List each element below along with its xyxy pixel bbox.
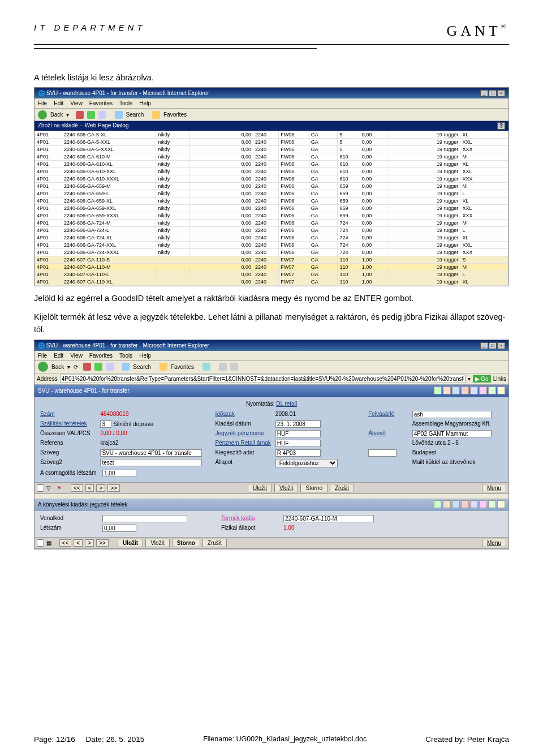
stop-icon[interactable] bbox=[76, 111, 84, 119]
input-jegypenz[interactable] bbox=[275, 430, 321, 437]
btn-ulozit[interactable]: Uložit bbox=[248, 484, 272, 492]
back-icon[interactable] bbox=[38, 110, 47, 119]
btn2-storno[interactable]: Storno bbox=[172, 539, 200, 547]
btn2-menu[interactable]: Menu bbox=[482, 539, 506, 547]
checkbox-1[interactable] bbox=[37, 484, 44, 492]
panel2-icons[interactable] bbox=[433, 500, 505, 509]
ie1-toolbar[interactable]: Back ▾ Search Favorites bbox=[35, 109, 508, 121]
table-row[interactable]: 4P012240-606-GA-610-Mnikdy0,002240FW06GA… bbox=[35, 153, 508, 161]
ie-window-2: 🌐 SVU - warehouse 4P01 - for transfer - … bbox=[34, 340, 509, 549]
table-row[interactable]: 4P012240-606-GA-610-XXXLnikdy0,002240FW0… bbox=[35, 175, 508, 183]
table-row[interactable]: 4P012240-607-GA-110-XL0,002240FW07GA1101… bbox=[35, 278, 508, 286]
table-row[interactable]: 4P012240-606-GA-5-XXXLnikdy0,002240FW06G… bbox=[35, 146, 508, 153]
input-atvevo[interactable] bbox=[412, 430, 492, 437]
table-row[interactable]: 4P012240-606-GA-610-XLnikdy0,002240FW06G… bbox=[35, 161, 508, 168]
help-icon[interactable]: ? bbox=[497, 122, 505, 130]
value-szam: 464080019 bbox=[99, 410, 214, 419]
table-row[interactable]: 4P012240-606-GA-610-XXLnikdy0,002240FW06… bbox=[35, 168, 508, 175]
panel2-title: A könyvelési kiadási jegyzék tételek bbox=[38, 501, 127, 508]
search-icon[interactable] bbox=[122, 363, 130, 371]
btn2-zrusit[interactable]: Zrušit bbox=[202, 539, 227, 547]
icon-4 bbox=[461, 386, 469, 394]
input-szallit-num[interactable] bbox=[100, 420, 111, 428]
ie2-title: 🌐 SVU - warehouse 4P01 - for transfer - … bbox=[38, 342, 209, 349]
table-row[interactable]: 4P012240-607-GA-110-S0,002240FW07GA1101,… bbox=[35, 256, 508, 264]
ie2-toolbar[interactable]: Back ▾ ⟳ Search Favorites bbox=[35, 361, 508, 373]
btn-vlozit[interactable]: Vložit bbox=[274, 484, 298, 492]
nav2-last[interactable]: >> bbox=[96, 539, 109, 547]
label-termek[interactable]: Termék kódja bbox=[221, 515, 255, 521]
btn-zrusit[interactable]: Zrušit bbox=[330, 484, 354, 492]
input-csomag[interactable] bbox=[102, 470, 136, 477]
btn2-ulozit[interactable]: Uložit bbox=[118, 539, 143, 547]
table-row[interactable]: 4P012240-606-GA-724-XXXLnikdy0,002240FW0… bbox=[35, 249, 508, 256]
input-extra[interactable] bbox=[368, 449, 397, 457]
links-label[interactable]: Links bbox=[493, 376, 506, 382]
btn-menu[interactable]: Menu bbox=[482, 484, 506, 492]
input-vonalkod[interactable] bbox=[102, 515, 187, 522]
label-fiz: Fizikai állapot bbox=[220, 524, 282, 532]
label-vonalkod: Vonalkód bbox=[39, 514, 101, 523]
value-fiz: 1,00 bbox=[282, 524, 378, 532]
address-input[interactable] bbox=[60, 375, 466, 383]
search-icon[interactable] bbox=[115, 111, 123, 119]
nav2-first[interactable]: << bbox=[59, 539, 72, 547]
input-kiad[interactable] bbox=[275, 420, 321, 428]
print-icon[interactable] bbox=[230, 363, 238, 371]
btn-storno[interactable]: Storno bbox=[300, 484, 327, 492]
refresh-icon[interactable] bbox=[87, 111, 95, 119]
table-row[interactable]: 4P012240-606-GA-724-Lnikdy0,002240FW06GA… bbox=[35, 227, 508, 234]
dropdown-icon[interactable]: ▾ bbox=[468, 376, 471, 382]
table-row[interactable]: 4P012240-606-GA-659-XXLnikdy0,002240FW06… bbox=[35, 205, 508, 212]
input-kieg[interactable] bbox=[275, 449, 321, 457]
nav-first[interactable]: << bbox=[71, 484, 83, 492]
input-penzret[interactable] bbox=[275, 440, 321, 447]
ie1-menu[interactable]: FileEditViewFavoritesToolsHelp bbox=[35, 98, 508, 109]
nav-last[interactable]: >> bbox=[107, 484, 120, 492]
mail-icon[interactable] bbox=[219, 363, 227, 371]
favorites-icon[interactable] bbox=[152, 111, 160, 119]
nav2-prev[interactable]: < bbox=[74, 539, 83, 547]
print-link[interactable]: DL retail bbox=[276, 401, 297, 407]
panel-icons[interactable] bbox=[433, 386, 505, 396]
stop-icon[interactable] bbox=[83, 363, 91, 371]
home-icon[interactable] bbox=[98, 111, 106, 119]
table-row[interactable]: 4P012240-607-GA-110-M0,002240FW07GA1101,… bbox=[35, 264, 508, 271]
table-row[interactable]: 4P012240-606-GA-659-Mnikdy0,002240FW06GA… bbox=[35, 183, 508, 190]
ie2-menu[interactable]: FileEditViewFavoritesToolsHelp bbox=[35, 351, 508, 361]
window-controls-2[interactable]: _□× bbox=[480, 342, 505, 349]
table-row[interactable]: 4P012240-607-GA-110-L0,002240FW07GA1101,… bbox=[35, 271, 508, 278]
table-row[interactable]: 4P012240-606-GA-5-XLnikdy0,002240FW06GA5… bbox=[35, 131, 508, 139]
table-row[interactable]: 4P012240-606-GA-724-XLnikdy0,002240FW06G… bbox=[35, 234, 508, 242]
table-row[interactable]: 4P012240-606-GA-659-Lnikdy0,002240FW06GA… bbox=[35, 190, 508, 197]
input-letszam[interactable] bbox=[102, 525, 136, 532]
input-felvasarlo[interactable] bbox=[412, 411, 492, 418]
back-icon[interactable] bbox=[38, 362, 48, 372]
table-row[interactable]: 4P012240-606-GA-659-XXXLnikdy0,002240FW0… bbox=[35, 212, 508, 220]
table-row[interactable]: 4P012240-606-GA-724-XXLnikdy0,002240FW06… bbox=[35, 242, 508, 249]
icon-7 bbox=[488, 386, 496, 394]
grid-icon[interactable]: ▦ bbox=[46, 540, 51, 546]
nav-next[interactable]: > bbox=[96, 484, 105, 492]
nav2-next[interactable]: > bbox=[85, 539, 94, 547]
refresh-icon[interactable] bbox=[94, 363, 102, 371]
data-grid[interactable]: 4P012240-606-GA-5-XLnikdy0,002240FW06GA5… bbox=[35, 131, 508, 286]
input-szoveg2[interactable] bbox=[100, 459, 202, 466]
flag-icon[interactable]: ⚑ bbox=[57, 485, 62, 491]
label-szoveg2: Szöveg2 bbox=[39, 458, 99, 468]
table-row[interactable]: 4P012240-606-GA-724-Mnikdy0,002240FW06GA… bbox=[35, 220, 508, 227]
table-row[interactable]: 4P012240-606-GA-659-XLnikdy0,002240FW06G… bbox=[35, 197, 508, 205]
home-icon[interactable] bbox=[106, 363, 114, 371]
checkbox-2[interactable] bbox=[37, 539, 44, 547]
input-termek[interactable] bbox=[283, 515, 374, 522]
input-szoveg[interactable] bbox=[100, 449, 202, 457]
nav-prev[interactable]: < bbox=[85, 484, 94, 492]
panel1-title: SVU - warehouse 4P01 - for transfer bbox=[38, 388, 130, 394]
go-button[interactable]: ▶ Go bbox=[473, 375, 491, 383]
window-controls[interactable]: _□× bbox=[480, 89, 505, 97]
btn2-vlozit[interactable]: Vložit bbox=[145, 539, 169, 547]
select-allapot[interactable]: Feldolgozáshoz bbox=[275, 459, 338, 467]
media-icon[interactable] bbox=[202, 363, 210, 371]
table-row[interactable]: 4P012240-606-GA-5-XXLnikdy0,002240FW06GA… bbox=[35, 139, 508, 146]
favorites-icon[interactable] bbox=[160, 363, 167, 371]
